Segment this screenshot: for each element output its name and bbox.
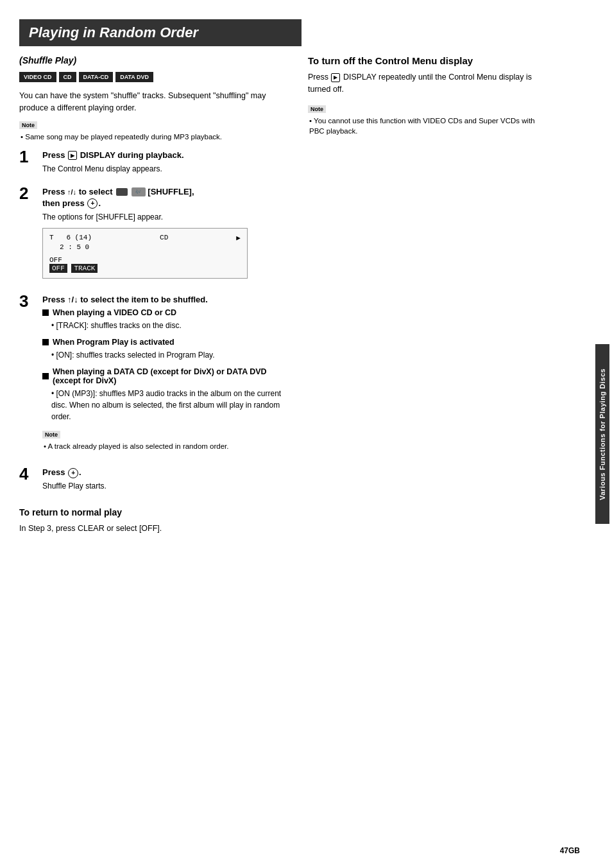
page: Playing in Random Order (Shuffle Play) V… xyxy=(0,0,612,868)
step-4-desc: Shuffle Play starts. xyxy=(42,481,289,492)
note-text-2: • A track already played is also selecte… xyxy=(42,441,289,451)
badge-video-cd: VIDEO CD xyxy=(19,72,56,82)
to-return-heading: To return to normal play xyxy=(19,507,289,517)
black-square-icon-1 xyxy=(42,309,49,316)
badge-data-dvd: DATA DVD xyxy=(115,72,153,82)
step-1-number: 1 xyxy=(19,148,42,165)
step-4-number: 4 xyxy=(19,465,42,482)
step-2-desc: The options for [SHUFFLE] appear. xyxy=(42,212,289,223)
note-label-right: Note xyxy=(308,105,326,113)
arrows-icon: ↑/↓ xyxy=(67,187,76,195)
columns: (Shuffle Play) VIDEO CD CD DATA-CD DATA … xyxy=(19,55,565,540)
arrow-right-icon: ▶ xyxy=(236,234,241,242)
track-label: T 6 (14) xyxy=(49,234,92,242)
to-return-text: In Step 3, press CLEAR or select [OFF]. xyxy=(19,523,289,535)
display-row1: T 6 (14) CD ▶ xyxy=(49,234,241,242)
sidebar-tab: Various Functions for Playing Discs xyxy=(595,344,609,524)
step-1: 1 Press ▶ DISPLAY during playback. The C… xyxy=(19,150,289,178)
note-label-1: Note xyxy=(19,121,37,129)
sub-heading-program-play: When Program Play is activated xyxy=(42,338,289,347)
shuffle-icon xyxy=(116,188,128,196)
right-sidebar: Various Functions for Playing Discs xyxy=(593,0,612,868)
right-col-text: Press ▶ DISPLAY repeatedly until the Con… xyxy=(308,71,545,96)
bullet-program-play: • [ON]: shuffles tracks selected in Prog… xyxy=(42,349,289,361)
step-1-content: Press ▶ DISPLAY during playback. The Con… xyxy=(42,150,289,178)
step-1-desc: The Control Menu display appears. xyxy=(42,164,289,175)
step-3-title: Press ↑/↓ to select the item to be shuff… xyxy=(42,294,289,306)
step-4-title: Press +. xyxy=(42,467,289,478)
page-title: Playing in Random Order xyxy=(19,19,302,46)
option-off-2: OFF xyxy=(49,264,67,273)
step-2-number: 2 xyxy=(19,185,42,202)
display-box: T 6 (14) CD ▶ 2 : 5 0 OFF OFF TRACK xyxy=(42,228,248,279)
option-track: TRACK xyxy=(71,264,98,273)
step-2: 2 Press ↑/↓ to select 🎶 [SHUFFLE],then p… xyxy=(19,186,289,286)
time-display: 2 : 5 0 xyxy=(49,243,241,251)
sub-heading-data-cd: When playing a DATA CD (except for DivX)… xyxy=(42,367,289,385)
note-label-2: Note xyxy=(42,431,60,438)
bullet-data-cd: • [ON (MP3)]: shuffles MP3 audio tracks … xyxy=(42,388,289,422)
bullet-video-cd: • [TRACK]: shuffles tracks on the disc. xyxy=(42,320,289,331)
black-square-icon-2 xyxy=(42,339,49,345)
to-return-section: To return to normal play In Step 3, pres… xyxy=(19,503,289,535)
badge-data-cd: DATA-CD xyxy=(79,72,114,82)
step-3-content: Press ↑/↓ to select the item to be shuff… xyxy=(42,294,289,459)
circle-plus-btn-2[interactable]: + xyxy=(87,198,98,209)
step-2-content: Press ↑/↓ to select 🎶 [SHUFFLE],then pre… xyxy=(42,186,289,286)
intro-text: You can have the system "shuffle" tracks… xyxy=(19,90,289,114)
sub-heading-video-cd: When playing a VIDEO CD or CD xyxy=(42,308,289,317)
step-3-number: 3 xyxy=(19,293,42,309)
step-2-title: Press ↑/↓ to select 🎶 [SHUFFLE],then pre… xyxy=(42,186,289,209)
left-col: (Shuffle Play) VIDEO CD CD DATA-CD DATA … xyxy=(19,55,302,540)
subtitle: (Shuffle Play) xyxy=(19,55,289,65)
badge-cd: CD xyxy=(59,72,76,82)
step-4: 4 Press +. Shuffle Play starts. xyxy=(19,467,289,496)
step-4-content: Press +. Shuffle Play starts. xyxy=(42,467,289,496)
note-text-right: • You cannot use this function with VIDE… xyxy=(308,116,545,136)
display-options: OFF OFF TRACK xyxy=(49,256,241,273)
sub-section-program-play: When Program Play is activated • [ON]: s… xyxy=(42,338,289,361)
sub-section-data-cd: When playing a DATA CD (except for DivX)… xyxy=(42,367,289,422)
disc-badges: VIDEO CD CD DATA-CD DATA DVD xyxy=(19,72,289,82)
shuffle-badge: 🎶 xyxy=(132,187,146,196)
display-icon-1: ▶ xyxy=(68,151,77,160)
option-off-1: OFF xyxy=(49,256,241,264)
cd-label: CD xyxy=(160,234,168,242)
step-3: 3 Press ↑/↓ to select the item to be shu… xyxy=(19,294,289,459)
right-col-heading: To turn off the Control Menu display xyxy=(308,55,545,66)
sub-section-video-cd: When playing a VIDEO CD or CD • [TRACK]:… xyxy=(42,308,289,331)
right-col: To turn off the Control Menu display Pre… xyxy=(302,55,545,540)
page-number: 47GB xyxy=(560,846,580,855)
note-text-1: • Same song may be played repeatedly dur… xyxy=(19,132,289,142)
black-square-icon-3 xyxy=(42,373,49,379)
main-content: Playing in Random Order (Shuffle Play) V… xyxy=(19,19,577,849)
step-1-title: Press ▶ DISPLAY during playback. xyxy=(42,150,289,161)
circle-plus-btn-4[interactable]: + xyxy=(68,468,78,478)
